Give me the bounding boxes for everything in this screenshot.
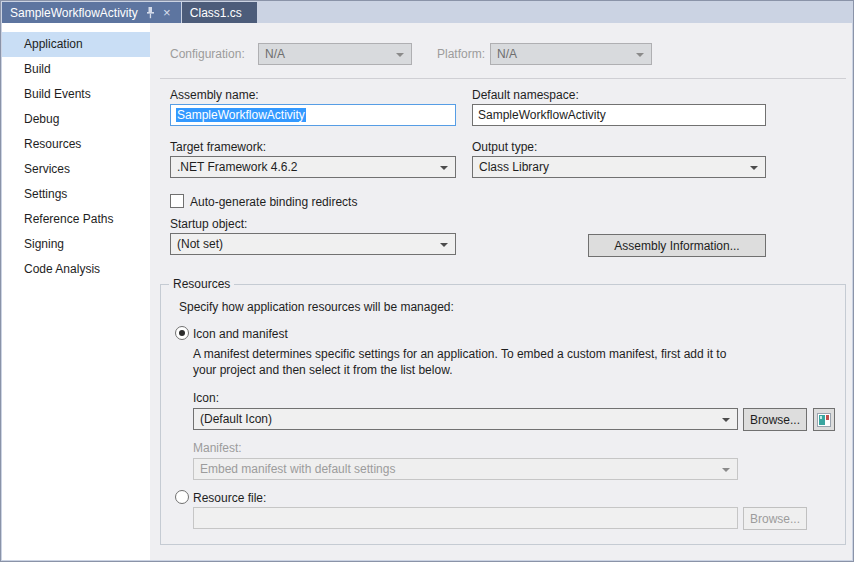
assembly-name-label: Assembly name: bbox=[170, 88, 259, 102]
platform-label: Platform: bbox=[437, 43, 485, 65]
application-settings-panel: Configuration: N/A Platform: N/A Assembl… bbox=[150, 23, 852, 560]
assembly-information-button[interactable]: Assembly Information... bbox=[588, 234, 766, 257]
assembly-name-selected-text: SampleWorkflowActivity bbox=[176, 108, 306, 122]
output-type-label: Output type: bbox=[472, 140, 537, 154]
configuration-dropdown[interactable]: N/A bbox=[258, 43, 412, 65]
auto-generate-binding-redirects-label: Auto-generate binding redirects bbox=[190, 195, 357, 209]
project-properties-window: SampleWorkflowActivity × Class1.cs Appli… bbox=[0, 0, 854, 562]
target-framework-value: .NET Framework 4.6.2 bbox=[177, 160, 297, 174]
manifest-label: Manifest: bbox=[193, 441, 242, 455]
sidebar-item-signing[interactable]: Signing bbox=[2, 232, 150, 257]
manifest-help-line1: A manifest determines specific settings … bbox=[193, 347, 726, 361]
sidebar-item-reference-paths[interactable]: Reference Paths bbox=[2, 207, 150, 232]
default-namespace-input[interactable] bbox=[472, 104, 766, 126]
icon-value: (Default Icon) bbox=[200, 412, 272, 426]
target-framework-label: Target framework: bbox=[170, 140, 266, 154]
default-icon-preview bbox=[817, 413, 831, 427]
resource-file-input[interactable] bbox=[193, 507, 738, 529]
auto-generate-binding-redirects-checkbox[interactable] bbox=[170, 194, 184, 208]
platform-value: N/A bbox=[497, 47, 517, 61]
resource-file-radio[interactable] bbox=[175, 490, 189, 504]
resources-description: Specify how application resources will b… bbox=[179, 300, 454, 314]
tab-sampleworkflowactivity[interactable]: SampleWorkflowActivity × bbox=[2, 2, 181, 23]
sidebar-item-services[interactable]: Services bbox=[2, 157, 150, 182]
manifest-value: Embed manifest with default settings bbox=[200, 462, 395, 476]
tab-class1-cs[interactable]: Class1.cs bbox=[182, 2, 257, 23]
resource-file-label: Resource file: bbox=[193, 491, 266, 505]
target-framework-dropdown[interactable]: .NET Framework 4.6.2 bbox=[170, 156, 456, 178]
icon-preview-button[interactable] bbox=[813, 408, 835, 431]
startup-object-value: (Not set) bbox=[177, 237, 223, 251]
icon-and-manifest-label: Icon and manifest bbox=[193, 327, 288, 341]
resources-group-title: Resources bbox=[169, 277, 234, 291]
platform-dropdown[interactable]: N/A bbox=[490, 43, 652, 65]
pin-icon[interactable] bbox=[145, 7, 156, 19]
configuration-value: N/A bbox=[265, 47, 285, 61]
sidebar-item-resources[interactable]: Resources bbox=[2, 132, 150, 157]
manifest-help-line2: your project and then select it from the… bbox=[193, 363, 452, 377]
window-body: Application Build Build Events Debug Res… bbox=[2, 23, 852, 560]
output-type-dropdown[interactable]: Class Library bbox=[472, 156, 766, 178]
sidebar-item-debug[interactable]: Debug bbox=[2, 107, 150, 132]
tab-label: Class1.cs bbox=[190, 6, 242, 20]
document-tab-strip: SampleWorkflowActivity × Class1.cs bbox=[2, 2, 852, 23]
sidebar-item-code-analysis[interactable]: Code Analysis bbox=[2, 257, 150, 282]
default-namespace-label: Default namespace: bbox=[472, 88, 579, 102]
resource-file-browse-button[interactable]: Browse... bbox=[743, 507, 807, 530]
properties-sidebar: Application Build Build Events Debug Res… bbox=[2, 23, 150, 560]
icon-label: Icon: bbox=[193, 391, 219, 405]
sidebar-item-build-events[interactable]: Build Events bbox=[2, 82, 150, 107]
icon-and-manifest-radio[interactable] bbox=[175, 326, 189, 340]
section-divider bbox=[160, 78, 846, 79]
startup-object-label: Startup object: bbox=[170, 217, 247, 231]
close-icon[interactable]: × bbox=[161, 7, 173, 19]
sidebar-item-application[interactable]: Application bbox=[2, 32, 150, 57]
output-type-value: Class Library bbox=[479, 160, 549, 174]
icon-dropdown[interactable]: (Default Icon) bbox=[193, 408, 738, 430]
resources-groupbox: Resources Specify how application resour… bbox=[160, 284, 846, 545]
tab-label: SampleWorkflowActivity bbox=[10, 6, 138, 20]
configuration-label: Configuration: bbox=[170, 43, 245, 65]
sidebar-item-build[interactable]: Build bbox=[2, 57, 150, 82]
startup-object-dropdown[interactable]: (Not set) bbox=[170, 233, 456, 255]
icon-browse-button[interactable]: Browse... bbox=[743, 408, 807, 431]
manifest-dropdown[interactable]: Embed manifest with default settings bbox=[193, 458, 738, 480]
sidebar-item-settings[interactable]: Settings bbox=[2, 182, 150, 207]
assembly-name-input[interactable]: SampleWorkflowActivity bbox=[170, 104, 456, 126]
